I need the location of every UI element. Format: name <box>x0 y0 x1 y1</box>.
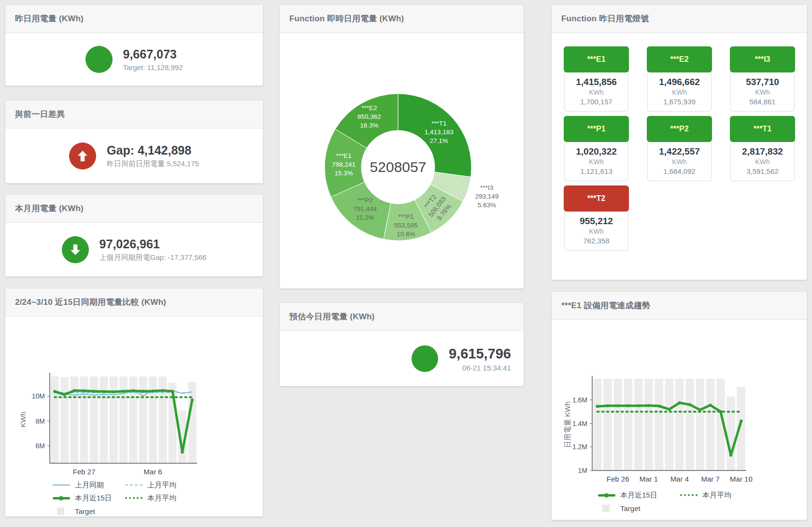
legend-swatch-dot-green <box>680 494 698 496</box>
month-usage-gap: 上個月同期用電Gap: -17,377,566 <box>100 253 207 262</box>
light-tile-value: 1,020,322 <box>567 146 626 157</box>
svg-text:Mar 6: Mar 6 <box>143 468 162 476</box>
svg-text:10M: 10M <box>32 392 45 400</box>
light-tile-e1[interactable]: ***E11,415,856KWh1,700,157 <box>564 46 629 112</box>
svg-text:Feb 27: Feb 27 <box>73 468 96 476</box>
yesterday-usage-card: 昨日用電量 (KWh) 9,667,073 Target: 11,128,992 <box>5 4 263 86</box>
light-tile-body: 955,212KWh762,358 <box>564 212 628 251</box>
forecast-usage-timestamp: 06-21 15:34:41 <box>449 364 511 372</box>
svg-text:日用電量 KWh: 日用電量 KWh <box>563 401 571 448</box>
light-tile-body: 2,817,832KWh3,591,562 <box>730 142 795 181</box>
legend-item-dot-green[interactable]: 本月平均 <box>125 493 207 503</box>
svg-text:5208057: 5208057 <box>370 159 427 175</box>
svg-text:1.6M: 1.6M <box>572 396 587 404</box>
green-status-circle-icon <box>412 345 438 372</box>
light-tile-value: 1,496,662 <box>650 77 709 87</box>
realtime-usage-title: Function 即時日用電量 (KWh) <box>280 5 524 33</box>
e1-trend-card: ***E1 設備用電達成趨勢 1M1.2M1.4M1.6MFeb 26Mar 1… <box>551 291 807 520</box>
light-tile-t1[interactable]: ***T12,817,832KWh3,591,562 <box>730 116 795 181</box>
legend-swatch-dash-blue <box>125 484 142 485</box>
light-tile-e2[interactable]: ***E21,496,662KWh1,675,939 <box>647 46 712 112</box>
legend-swatch-dot-green <box>125 497 142 499</box>
svg-text:1M: 1M <box>578 467 587 474</box>
yesterday-usage-body: 9,667,073 Target: 11,128,992 <box>5 33 263 85</box>
forecast-usage-body: 9,615,796 06-21 15:34:41 <box>280 331 524 386</box>
forecast-usage-card: 預估今日用電量 (KWh) 9,615,796 06-21 15:34:41 <box>279 302 524 386</box>
legend-item-line-blue[interactable]: 上月同期 <box>53 480 125 490</box>
light-tile-value: 1,422,557 <box>650 146 709 157</box>
realtime-usage-donut-chart[interactable]: ***T11,413,18327.1%***I3293,1495.63%***T… <box>280 33 524 288</box>
svg-text:1.4M: 1.4M <box>572 420 587 427</box>
svg-text:KWh: KWh <box>19 412 27 427</box>
svg-text:1.2M: 1.2M <box>572 443 587 451</box>
light-tile-target: 1,121,613 <box>567 167 626 175</box>
legend-swatch-line-green-thick <box>53 497 70 499</box>
legend-swatch-line-blue <box>53 484 70 485</box>
legend-swatch-box-gray <box>602 505 610 512</box>
light-tile-unit: KWh <box>567 228 626 235</box>
light-tile-target: 762,358 <box>567 237 626 245</box>
yesterday-usage-title: 昨日用電量 (KWh) <box>5 5 263 33</box>
month-usage-card: 本月用電量 (KWh) 97,026,961 上個月同期用電Gap: -17,3… <box>5 194 263 277</box>
legend-item-line-green-thick[interactable]: 本月近15日 <box>598 490 680 500</box>
forecast-usage-value: 9,615,796 <box>449 345 511 362</box>
e1-trend-legend: 本月近15日本月平均Target <box>598 490 807 513</box>
light-tile-unit: KWh <box>567 88 626 96</box>
light-tile-name: ***E2 <box>647 46 712 72</box>
yesterday-lights-card: Function 昨日用電燈號 ***E11,415,856KWh1,700,1… <box>551 4 807 280</box>
month-usage-value: 97,026,961 <box>100 237 207 252</box>
realtime-usage-card: Function 即時日用電量 (KWh) ***T11,413,18327.1… <box>279 4 524 289</box>
light-tile-unit: KWh <box>733 88 792 96</box>
lights-tile-grid: ***E11,415,856KWh1,700,157***E21,496,662… <box>552 33 807 251</box>
e1-trend-title: ***E1 設備用電達成趨勢 <box>552 292 807 320</box>
day-gap-sub: 昨日與前日用電量 5,524,175 <box>107 159 199 169</box>
svg-text:Mar 10: Mar 10 <box>730 475 753 483</box>
light-tile-name: ***P2 <box>647 116 712 142</box>
energy-dashboard: 昨日用電量 (KWh) 9,667,073 Target: 11,128,992… <box>0 0 812 527</box>
light-tile-target: 584,861 <box>733 98 792 106</box>
month-usage-title: 本月用電量 (KWh) <box>5 195 263 223</box>
light-tile-unit: KWh <box>650 158 709 166</box>
legend-swatch-line-green-thick <box>598 494 615 497</box>
yesterday-lights-title: Function 昨日用電燈號 <box>552 5 807 33</box>
day-gap-value: Gap: 4,142,898 <box>107 143 199 158</box>
svg-text:Mar 1: Mar 1 <box>640 475 658 483</box>
e1-trend-chart[interactable]: 1M1.2M1.4M1.6MFeb 26Mar 1Mar 4Mar 7Mar 1… <box>552 320 807 486</box>
legend-item-dash-blue[interactable]: 上月平均 <box>125 480 207 490</box>
usage-compare-title: 2/24~3/10 近15日同期用電量比較 (KWh) <box>5 288 263 316</box>
light-tile-name: ***E1 <box>564 46 629 72</box>
usage-compare-legend: 上月同期上月平均本月近15日本月平均Target <box>53 480 263 516</box>
light-tile-body: 1,496,662KWh1,675,939 <box>647 72 712 112</box>
usage-compare-chart[interactable]: 6M8M10MFeb 27Mar 6KWh <box>5 316 263 476</box>
light-tile-value: 1,415,856 <box>567 77 626 87</box>
svg-text:8M: 8M <box>36 417 45 425</box>
light-tile-value: 537,710 <box>733 77 792 87</box>
light-tile-value: 2,817,832 <box>733 146 792 157</box>
light-tile-target: 1,675,939 <box>650 98 709 106</box>
legend-item-box-gray[interactable]: Target <box>598 503 680 513</box>
light-tile-body: 1,422,557KWh1,684,092 <box>647 142 712 181</box>
light-tile-body: 1,415,856KWh1,700,157 <box>564 72 628 112</box>
day-gap-card: 與前一日差異 Gap: 4,142,898 昨日與前日用電量 5,524,175 <box>5 100 263 184</box>
usage-compare-card: 2/24~3/10 近15日同期用電量比較 (KWh) 6M8M10MFeb 2… <box>5 288 263 517</box>
svg-text:Mar 4: Mar 4 <box>670 475 689 483</box>
legend-item-dot-green[interactable]: 本月平均 <box>680 490 753 500</box>
month-usage-body: 97,026,961 上個月同期用電Gap: -17,377,566 <box>5 223 263 276</box>
light-tile-unit: KWh <box>650 88 709 96</box>
light-tile-unit: KWh <box>567 158 626 166</box>
light-tile-t2[interactable]: ***T2955,212KWh762,358 <box>564 185 629 251</box>
light-tile-i3[interactable]: ***I3537,710KWh584,861 <box>730 46 795 112</box>
green-status-circle-icon <box>85 46 113 73</box>
light-tile-p2[interactable]: ***P21,422,557KWh1,684,092 <box>647 116 712 181</box>
light-tile-p1[interactable]: ***P11,020,322KWh1,121,613 <box>564 116 629 181</box>
svg-text:6M: 6M <box>36 442 45 450</box>
light-tile-name: ***T1 <box>730 116 795 142</box>
light-tile-name: ***P1 <box>564 116 629 142</box>
legend-swatch-box-gray <box>57 508 64 515</box>
svg-text:Feb 26: Feb 26 <box>607 475 629 483</box>
light-tile-body: 1,020,322KWh1,121,613 <box>564 142 628 181</box>
light-tile-name: ***T2 <box>564 185 629 212</box>
light-tile-unit: KWh <box>733 158 792 166</box>
legend-item-line-green-thick[interactable]: 本月近15日 <box>53 493 125 503</box>
legend-item-box-gray[interactable]: Target <box>53 506 125 516</box>
